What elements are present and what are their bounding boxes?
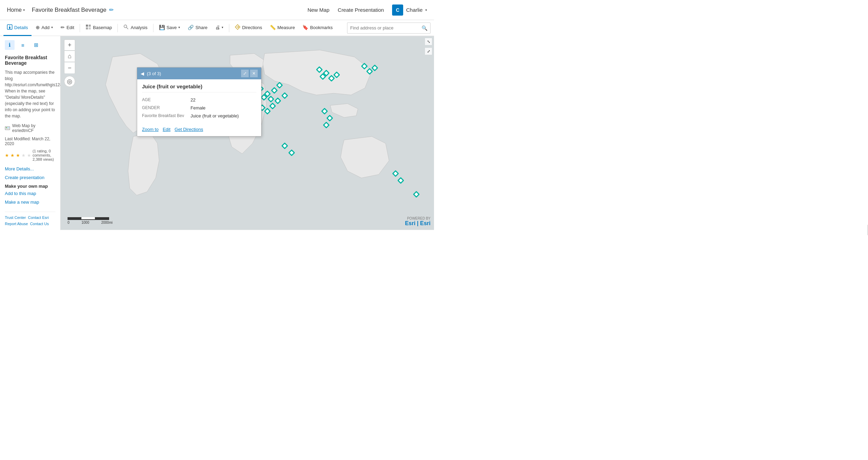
popup-bev-label: Favorite Breakfast Bev xyxy=(142,113,191,118)
share-button[interactable]: 🔗 Share xyxy=(184,20,211,36)
star-1[interactable]: ★ xyxy=(5,153,9,158)
search-icon[interactable]: 🔍 xyxy=(422,25,427,31)
create-presentation-button[interactable]: Create Presentation xyxy=(338,7,384,13)
contact-us-link[interactable]: Contact Us xyxy=(30,222,49,226)
directions-button[interactable]: Directions xyxy=(231,20,266,36)
toolbar: Details ⊕ Add ▾ ✏ Edit Basemap Analysis … xyxy=(0,20,434,36)
scale-bar: 0 1000 2000mi xyxy=(68,217,113,224)
popup-edit-link[interactable]: Edit xyxy=(163,127,170,132)
popup-body: Juice (fruit or vegetable) AGE 22 GENDER… xyxy=(137,79,261,124)
edit-button[interactable]: ✏ Edit xyxy=(57,20,78,36)
user-menu[interactable]: C Charlie ▾ xyxy=(392,5,427,16)
map-controls: + ⌂ − ◎ xyxy=(64,39,75,87)
popup-prev-button[interactable]: ◀ xyxy=(141,71,144,76)
popup-age-label: AGE xyxy=(142,97,191,103)
zoom-out-button[interactable]: − xyxy=(64,62,75,73)
add-icon: ⊕ xyxy=(36,25,40,30)
feature-popup: ◀ (3 of 3) ⤢ ✕ Juice (fruit or vegetable… xyxy=(137,67,262,136)
create-presentation-link[interactable]: Create presentation xyxy=(5,175,55,180)
sidebar-info-icon[interactable]: ℹ xyxy=(5,40,15,50)
nav-right: New Map Create Presentation C Charlie ▾ xyxy=(308,5,427,16)
print-chevron-icon: ▾ xyxy=(222,26,223,29)
star-4[interactable]: ★ xyxy=(21,153,26,158)
more-details-link[interactable]: More Details... xyxy=(5,166,55,171)
popup-age-row: AGE 22 xyxy=(142,96,256,104)
sidebar: ℹ ≡ ⊞ Favorite Breakfast Beverage This m… xyxy=(0,36,61,230)
popup-gender-row: GENDER Female xyxy=(142,104,256,112)
contact-esri-link[interactable]: Contact Esri xyxy=(28,215,49,220)
scale-label-0: 0 xyxy=(68,221,70,224)
svg-point-3 xyxy=(9,25,10,26)
popup-actions: ⤢ ✕ xyxy=(241,70,258,77)
zoom-in-button[interactable]: + xyxy=(64,39,75,51)
sidebar-title: Favorite Breakfast Beverage xyxy=(5,55,55,66)
trust-center-link[interactable]: Trust Center xyxy=(5,215,26,220)
webmap-by-label: Web Map by esriedtmCF xyxy=(12,123,55,133)
popup-close-button[interactable]: ✕ xyxy=(250,70,258,77)
star-5[interactable]: ★ xyxy=(27,153,31,158)
home-extent-button[interactable]: ⌂ xyxy=(64,51,75,62)
nav-left: Home ▾ Favorite Breakfast Beverage ✏ xyxy=(7,7,114,14)
basemap-button[interactable]: Basemap xyxy=(82,20,115,36)
search-input[interactable] xyxy=(350,25,419,30)
locate-button[interactable]: ◎ xyxy=(64,76,75,87)
rating-text: (1 rating, 0 comments, 2,388 views) xyxy=(33,149,55,161)
separator-1 xyxy=(80,24,80,32)
webmap-info: Web Map by esriedtmCF xyxy=(5,123,55,133)
rating-row: ★ ★ ★ ★ ★ (1 rating, 0 comments, 2,388 v… xyxy=(5,149,55,161)
top-nav: Home ▾ Favorite Breakfast Beverage ✏ New… xyxy=(0,0,434,20)
user-name-label: Charlie xyxy=(406,7,423,13)
popup-age-value: 22 xyxy=(191,97,195,103)
zoom-to-link[interactable]: Zoom to xyxy=(142,127,159,132)
powered-by-label: POWERED BY xyxy=(405,216,431,220)
esri-branding: POWERED BY Esri | Esri xyxy=(405,216,431,227)
svg-rect-15 xyxy=(8,127,9,128)
star-3[interactable]: ★ xyxy=(16,153,20,158)
popup-expand-button[interactable]: ⤢ xyxy=(241,70,249,77)
svg-rect-8 xyxy=(89,27,91,29)
analysis-button[interactable]: Analysis xyxy=(120,20,151,36)
sidebar-legend-icon[interactable]: ≡ xyxy=(18,40,28,50)
print-icon: 🖨 xyxy=(215,25,220,30)
add-to-map-link[interactable]: Add to this map xyxy=(5,191,55,196)
bookmarks-button[interactable]: 🔖 Bookmarks xyxy=(299,20,336,36)
map-title: Favorite Breakfast Beverage ✏ xyxy=(32,7,114,14)
new-map-button[interactable]: New Map xyxy=(308,7,329,13)
svg-rect-4 xyxy=(9,27,10,29)
add-button[interactable]: ⊕ Add ▾ xyxy=(32,20,56,36)
svg-line-10 xyxy=(126,27,128,29)
svg-rect-6 xyxy=(89,25,91,27)
scale-labels: 0 1000 2000mi xyxy=(68,221,113,224)
print-button[interactable]: 🖨 ▾ xyxy=(212,20,227,36)
home-button[interactable]: Home ▾ xyxy=(7,7,25,13)
separator-3 xyxy=(153,24,153,32)
sidebar-layers-icon[interactable]: ⊞ xyxy=(31,40,41,50)
edit-icon: ✏ xyxy=(61,25,65,30)
details-button[interactable]: Details xyxy=(3,20,32,36)
svg-rect-5 xyxy=(86,25,88,27)
report-abuse-link[interactable]: Report Abuse xyxy=(5,222,28,226)
fullscreen-icon[interactable]: ⤡ xyxy=(425,38,432,45)
separator-4 xyxy=(229,24,229,32)
search-box: 🔍 xyxy=(347,23,431,34)
get-directions-link[interactable]: Get Directions xyxy=(175,127,203,132)
sidebar-footer: Trust Center Contact Esri Report Abuse C… xyxy=(5,212,55,226)
save-icon: 💾 xyxy=(159,25,165,30)
popup-header: ◀ (3 of 3) ⤢ ✕ xyxy=(137,68,261,79)
measure-button[interactable]: 📏 Measure xyxy=(266,20,299,36)
popup-gender-label: GENDER xyxy=(142,105,191,110)
avatar: C xyxy=(392,5,403,16)
home-chevron: ▾ xyxy=(23,8,25,12)
edit-title-icon[interactable]: ✏ xyxy=(109,7,114,13)
popup-bev-row: Favorite Breakfast Bev Juice (fruit or v… xyxy=(142,112,256,120)
separator-2 xyxy=(117,24,118,32)
make-new-map-link[interactable]: Make a new map xyxy=(5,200,55,205)
expand-map-icon[interactable]: ⤢ xyxy=(425,48,432,55)
home-label: Home xyxy=(7,7,22,13)
save-button[interactable]: 💾 Save ▾ xyxy=(156,20,184,36)
last-modified-label: Last Modified: March 22, 2020 xyxy=(5,136,55,146)
star-2[interactable]: ★ xyxy=(10,153,15,158)
popup-gender-value: Female xyxy=(191,105,205,110)
map-area[interactable]: + ⌂ − ◎ ◀ (3 of 3) ⤢ ✕ Juice (fruit or v… xyxy=(61,36,434,230)
svg-text:C: C xyxy=(396,7,399,13)
